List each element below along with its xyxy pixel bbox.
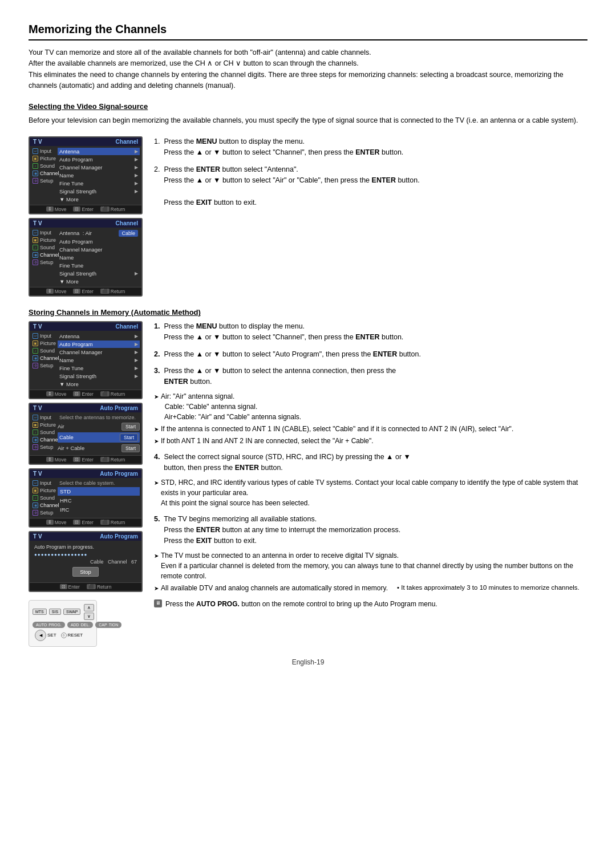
tv-channel-label2: Channel bbox=[116, 220, 138, 226]
airplus-start-btn: Start bbox=[121, 444, 140, 452]
tv-channel-label: Channel bbox=[116, 139, 138, 145]
a1-channel-icon: ◉ bbox=[33, 437, 38, 443]
tv-screen-auto1: T V Auto Program ↩Input ▣Picture ♪Sound … bbox=[29, 403, 143, 465]
menu-name: Name▶ bbox=[58, 172, 140, 179]
tv-auto-label-cable: Auto Program bbox=[100, 471, 138, 477]
air-start-btn: Start bbox=[121, 423, 140, 431]
picture-icon: ▣ bbox=[33, 156, 38, 161]
menu-auto-prog2: Auto Program bbox=[58, 238, 140, 245]
tv-label-prog: T V bbox=[33, 533, 42, 540]
tv-header-cable: T V Auto Program bbox=[30, 469, 141, 478]
menu-auto-prog: Auto Program▶ bbox=[58, 156, 140, 163]
sidebar-setup: ⚙ Setup bbox=[31, 177, 56, 184]
tv-screen-channel1: T V Channel ↩ Input ▣ Picture bbox=[29, 136, 143, 214]
s3-input: ↩Input bbox=[31, 333, 56, 339]
tv-footer-cable: ⇕ Move ⊡ Enter ⬛ Return bbox=[30, 518, 141, 526]
down-arrow: ∨ bbox=[84, 613, 94, 620]
tv-label-auto1: T V bbox=[33, 405, 42, 411]
s3-setup-icon: ⚙ bbox=[33, 363, 38, 368]
a1-input: ↩Input bbox=[31, 414, 56, 421]
footer-move-c: ⇕ Move bbox=[46, 520, 67, 525]
tv-prog-label: Auto Program bbox=[100, 533, 138, 540]
menu-ch-mgr2: Channel Manager bbox=[58, 246, 140, 253]
tv-footer3: ⇕ Move ⊡ Enter ⬛ Return bbox=[30, 390, 141, 398]
a1-picture-icon: ▣ bbox=[33, 422, 38, 428]
s3-channel: ◉Channel bbox=[31, 355, 56, 362]
sidebar-channel: ◉ Channel bbox=[31, 170, 56, 177]
footer-return-prog: ⬛ Return bbox=[87, 584, 112, 590]
tv-label2: T V bbox=[33, 220, 42, 226]
section1-screens: T V Channel ↩ Input ▣ Picture bbox=[29, 136, 143, 297]
page-title: Memorizing the Channels bbox=[29, 23, 587, 40]
input-icon: ↩ bbox=[33, 148, 38, 154]
cable-content: Select the cable system. STD HRC IRC bbox=[58, 480, 140, 516]
s3-sound: ♪Sound bbox=[31, 347, 56, 354]
step4-arrows: STD, HRC, and IRC identify various types… bbox=[154, 477, 587, 508]
a1-setup: ⚙Setup bbox=[31, 444, 56, 451]
reset-circle: ○ bbox=[61, 633, 67, 638]
reset-label: ○ RESET bbox=[61, 633, 83, 638]
cable-irc: IRC bbox=[58, 505, 140, 514]
remote-note-text: Press the AUTO PROG. button on the remot… bbox=[165, 599, 437, 609]
menu-ch-mgr: Channel Manager▶ bbox=[58, 164, 140, 171]
sound-icon: ♪ bbox=[33, 163, 38, 169]
section1-content: T V Channel ↩ Input ▣ Picture bbox=[29, 136, 587, 297]
footer-enter: ⊡ Enter bbox=[73, 206, 93, 212]
remote-mid-row: AUTOPROG. ADDDEL. CAPTION bbox=[33, 622, 93, 628]
intro-text: Your TV can memorize and store all of th… bbox=[29, 47, 587, 92]
tv-cable-body: ↩Input ▣Picture ♪Sound ◉Channel ⚙Setup S… bbox=[30, 478, 141, 518]
tv-footer1: ⇕ Move ⊡ Enter ⬛ Return bbox=[30, 205, 141, 213]
m3-chmgr: Channel Manager▶ bbox=[58, 348, 140, 356]
input-icon2: ↩ bbox=[33, 230, 38, 236]
note-antenna: The TV must be connected to an antenna i… bbox=[154, 550, 587, 581]
prog-dots: ●●●●●●●●●●●●●●●● bbox=[34, 552, 87, 557]
tv-screen-channel2: T V Channel ↩ Input ▣ Picture bbox=[29, 218, 143, 297]
cable-subtitle: Select the cable system. bbox=[58, 480, 140, 487]
s3-setup: ⚙Setup bbox=[31, 362, 56, 369]
tv-sidebar-cable: ↩Input ▣Picture ♪Sound ◉Channel ⚙Setup bbox=[31, 480, 58, 516]
tv-header-prog: T V Auto Program bbox=[30, 532, 141, 541]
section1-heading: Selecting the Video Signal-source bbox=[29, 102, 587, 111]
s2-step5: 5. The TV begins memorizing all availabl… bbox=[154, 514, 587, 593]
auto-airplus-row: Air + CableStart bbox=[58, 443, 140, 453]
c-channel: ◉Channel bbox=[31, 502, 56, 509]
menu-fine-tune2: Fine Tune bbox=[58, 262, 140, 269]
menu-fine-tune: Fine Tune▶ bbox=[58, 180, 140, 187]
section2-text: 1. Press the MENU button to display the … bbox=[154, 321, 587, 611]
set-label: ◀ SET bbox=[35, 630, 56, 641]
stop-button[interactable]: Stop bbox=[72, 567, 99, 577]
sidebar-picture2: ▣ Picture bbox=[31, 237, 56, 244]
sidebar-input: ↩ Input bbox=[31, 148, 56, 155]
s3-picture: ▣Picture bbox=[31, 340, 56, 347]
picture-icon2: ▣ bbox=[33, 237, 38, 243]
cable-std: STD bbox=[58, 487, 140, 496]
mts-key: MTS bbox=[33, 609, 47, 615]
channel-icon: ◉ bbox=[33, 171, 38, 176]
tv-label3: T V bbox=[33, 323, 42, 330]
c-setup-icon: ⚙ bbox=[33, 510, 38, 516]
tv-channel-label3: Channel bbox=[116, 323, 138, 330]
prog-label: Auto Program in progress. bbox=[34, 544, 137, 550]
arrow-stdhrc: STD, HRC, and IRC identify various types… bbox=[154, 477, 587, 508]
tv-footer2: ⇕ Move ⊡ Enter ⬛ Return bbox=[30, 287, 141, 295]
auto-subtitle1: Select the antennas to memorize. bbox=[58, 414, 140, 421]
footer-move3: ⇕ Move bbox=[46, 391, 67, 397]
autoprog-btn: AUTOPROG. bbox=[33, 622, 65, 628]
arrow-ant1: If the antenna is connected to ANT 1 IN … bbox=[154, 424, 587, 434]
tv-menu2: Antenna : Air Cable Auto Program Channel… bbox=[58, 229, 140, 285]
s2-step1: 1. Press the MENU button to display the … bbox=[154, 321, 587, 343]
footer-enter-prog: ⊡ Enter bbox=[60, 584, 80, 590]
s3-sound-icon: ♪ bbox=[33, 348, 38, 354]
tv-sidebar-auto1: ↩Input ▣Picture ♪Sound ◉Channel ⚙Setup bbox=[31, 414, 58, 453]
c-picture: ▣Picture bbox=[31, 487, 56, 494]
sis-key: SIS bbox=[49, 609, 61, 615]
caption-btn: CAPTION bbox=[95, 622, 121, 628]
footer-enter3: ⊡ Enter bbox=[73, 391, 93, 397]
menu-more2: ▼ More bbox=[58, 278, 140, 285]
s3-channel-icon: ◉ bbox=[33, 355, 38, 361]
tv-footer-auto1: ⇕ Move ⊡ Enter ⬛ Return bbox=[30, 455, 141, 464]
section-selecting-signal: Selecting the Video Signal-source Before… bbox=[29, 102, 587, 297]
channel-icon2: ◉ bbox=[33, 252, 38, 258]
tv-menu1: Antenna▶ Auto Program▶ Channel Manager▶ … bbox=[58, 148, 140, 203]
auto-air-row: AirStart bbox=[58, 421, 140, 432]
